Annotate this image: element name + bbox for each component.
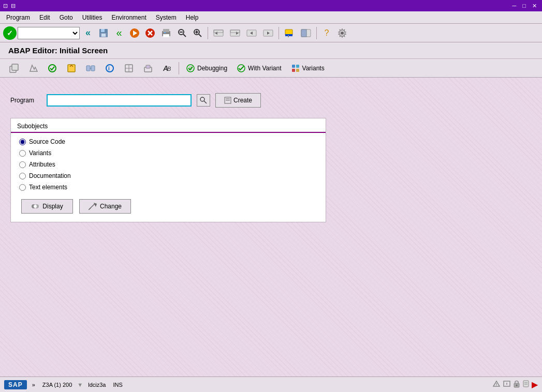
toolbar2: i A B Debugging [0, 59, 542, 78]
radio-variants[interactable]: Variants [19, 149, 317, 157]
menu-edit[interactable]: Edit [35, 13, 54, 22]
radio-source-code[interactable]: Source Code [19, 138, 317, 145]
tool2-button[interactable] [24, 61, 42, 76]
app-icon2: ⊟ [11, 3, 16, 9]
variants-label: Variants [302, 65, 325, 72]
tool6-button[interactable]: i [101, 61, 119, 76]
svg-point-59 [200, 97, 204, 101]
create-button[interactable]: Create [215, 93, 261, 108]
prev-page-button[interactable] [244, 26, 259, 40]
title-bar-controls: ─ □ ✕ [510, 2, 539, 10]
tool5-button[interactable] [82, 61, 99, 76]
sap-logo: SAP [4, 380, 27, 389]
svg-line-69 [89, 208, 91, 210]
find-next-button[interactable] [191, 26, 205, 40]
status-icon1[interactable] [492, 380, 501, 389]
status-right-icons: ▶ [492, 380, 538, 389]
tool9-button[interactable]: A B [158, 61, 176, 76]
radio-text-elements-label: Text elements [29, 184, 67, 191]
radio-text-elements-input[interactable] [19, 184, 26, 191]
execute-button[interactable]: ✓ [3, 26, 17, 40]
variants-button[interactable]: Variants [287, 61, 328, 76]
menu-environment[interactable]: Environment [107, 13, 150, 22]
svg-rect-37 [12, 64, 18, 70]
radio-variants-input[interactable] [19, 150, 26, 157]
history-dropdown[interactable] [18, 27, 80, 39]
radio-documentation[interactable]: Documentation [19, 172, 317, 179]
first-page-button[interactable] [211, 26, 226, 40]
debugging-button[interactable]: Debugging [182, 61, 231, 76]
radio-source-code-input[interactable] [19, 139, 26, 145]
svg-rect-55 [292, 65, 295, 68]
svg-point-35 [341, 32, 344, 35]
user-info: ldciz3a [86, 382, 108, 388]
radio-source-code-label: Source Code [29, 138, 65, 145]
page-title-bar: ABAP Editor: Initial Screen [0, 42, 542, 59]
radio-text-elements[interactable]: Text elements [19, 184, 317, 191]
svg-rect-40 [86, 66, 90, 71]
save-button[interactable] [96, 26, 111, 40]
svg-point-66 [34, 205, 37, 208]
flag-button[interactable] [282, 26, 297, 40]
radio-documentation-input[interactable] [19, 173, 26, 179]
page-title: ABAP Editor: Initial Screen [8, 46, 108, 55]
svg-rect-34 [301, 29, 306, 37]
radio-attributes-label: Attributes [29, 161, 55, 168]
tool8-button[interactable] [139, 61, 157, 76]
svg-rect-15 [180, 32, 183, 33]
menu-system[interactable]: System [152, 13, 181, 22]
settings-button[interactable] [335, 26, 349, 40]
svg-rect-19 [196, 31, 197, 34]
lock-icon[interactable] [513, 380, 520, 389]
display-button[interactable]: Display [21, 199, 73, 214]
display-label: Display [42, 203, 63, 210]
nav-forward-button[interactable] [127, 26, 142, 40]
svg-rect-39 [68, 65, 75, 72]
action-buttons: Display Change [19, 199, 317, 214]
status-icon2[interactable] [503, 380, 511, 389]
radio-attributes-input[interactable] [19, 161, 26, 168]
radio-variants-label: Variants [29, 149, 51, 157]
status-icon4[interactable] [522, 380, 530, 389]
tool4-button[interactable] [63, 61, 80, 76]
nav-back-button[interactable]: « [112, 26, 126, 40]
menu-help[interactable]: Help [182, 13, 203, 22]
program-input[interactable] [47, 94, 192, 107]
menu-bar: Program Edit Goto Utilities Environment … [0, 11, 542, 24]
status-arrows: » [30, 382, 37, 388]
svg-point-53 [188, 66, 193, 70]
svg-point-38 [49, 65, 56, 72]
create-label: Create [233, 97, 252, 104]
back-button[interactable]: « [81, 26, 95, 40]
find-button[interactable] [175, 26, 189, 40]
radio-attributes[interactable]: Attributes [19, 161, 317, 168]
change-button[interactable]: Change [79, 199, 131, 214]
minimize-button[interactable]: ─ [510, 2, 519, 10]
toolbar1: ✓ « « [0, 24, 542, 42]
tool3-button[interactable] [43, 61, 61, 76]
maximize-button[interactable]: □ [520, 2, 528, 10]
layout-button[interactable] [298, 26, 314, 40]
svg-rect-58 [296, 69, 299, 72]
help-button[interactable]: ? [319, 26, 334, 40]
tool1-button[interactable] [5, 61, 23, 76]
title-bar: ⊡ ⊟ ─ □ ✕ [0, 0, 542, 11]
svg-text:i: i [108, 66, 110, 71]
with-variant-button[interactable]: With Variant [232, 61, 285, 76]
menu-utilities[interactable]: Utilities [78, 13, 107, 22]
next-page-button[interactable] [260, 26, 276, 40]
menu-program[interactable]: Program [2, 13, 34, 22]
svg-rect-56 [296, 65, 299, 68]
tool7-button[interactable] [120, 61, 138, 76]
program-search-button[interactable] [197, 94, 210, 107]
print-button[interactable] [158, 26, 174, 40]
svg-rect-10 [163, 29, 169, 32]
radio-documentation-label: Documentation [29, 172, 71, 179]
close-button[interactable]: ✕ [530, 2, 539, 10]
triangle-icon: ▶ [532, 380, 538, 389]
menu-goto[interactable]: Goto [55, 13, 77, 22]
mode-info: INS [111, 382, 124, 388]
cancel-button[interactable] [143, 26, 157, 40]
svg-point-76 [516, 385, 518, 386]
last-page-button[interactable] [227, 26, 243, 40]
